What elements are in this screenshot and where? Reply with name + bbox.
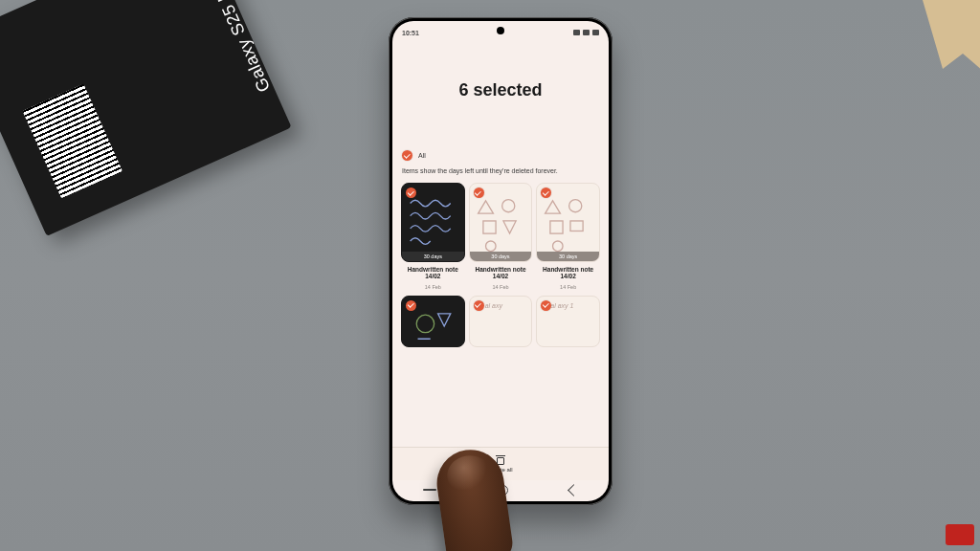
note-date: 14 Feb bbox=[560, 284, 576, 290]
note-item[interactable]: 30 days Handwritten note 14/02 14 Feb bbox=[470, 183, 532, 290]
note-date: 14 Feb bbox=[492, 284, 508, 290]
note-thumbnail[interactable]: 30 days bbox=[469, 183, 533, 262]
product-box: Galaxy S25 Ultra bbox=[0, 0, 292, 236]
select-all-checkbox[interactable] bbox=[402, 150, 412, 161]
svg-point-6 bbox=[553, 241, 564, 252]
nav-recents-icon[interactable] bbox=[423, 489, 436, 491]
days-left-badge: 30 days bbox=[470, 252, 532, 261]
note-preview-scribble bbox=[408, 193, 458, 256]
note-thumbnail[interactable]: 30 days bbox=[536, 183, 600, 262]
phone-frame: 10:51 6 selected All Items show the days… bbox=[389, 17, 612, 505]
svg-point-7 bbox=[416, 315, 434, 332]
wifi-icon bbox=[573, 30, 580, 35]
note-item[interactable]: al axy bbox=[470, 296, 532, 347]
svg-point-0 bbox=[501, 200, 514, 212]
note-thumbnail[interactable]: 30 days bbox=[401, 183, 465, 262]
note-item[interactable]: 30 days Handwritten note 14/02 14 Feb bbox=[537, 183, 599, 290]
battery-icon bbox=[592, 30, 599, 35]
note-preview-shapes bbox=[543, 193, 593, 256]
note-preview-shapes bbox=[476, 193, 526, 256]
svg-rect-5 bbox=[570, 221, 583, 231]
select-all-label: All bbox=[418, 152, 426, 159]
note-title: Handwritten note 14/02 bbox=[471, 266, 529, 280]
tripod-prop bbox=[923, 0, 980, 77]
days-left-badge: 30 days bbox=[402, 252, 464, 261]
note-title: Handwritten note 14/02 bbox=[404, 266, 462, 280]
note-checkbox[interactable] bbox=[474, 300, 484, 311]
note-thumbnail[interactable] bbox=[401, 296, 465, 347]
signal-icon bbox=[583, 30, 590, 35]
svg-point-3 bbox=[569, 200, 582, 212]
svg-rect-1 bbox=[483, 221, 496, 233]
note-checkbox[interactable] bbox=[541, 300, 551, 311]
note-preview-text: al axy bbox=[485, 302, 502, 309]
product-box-label: Galaxy S25 Ultra bbox=[200, 0, 275, 95]
svg-rect-4 bbox=[550, 221, 563, 233]
note-checkbox[interactable] bbox=[406, 300, 416, 311]
note-preview-shapes bbox=[408, 306, 458, 347]
note-thumbnail[interactable]: al axy bbox=[469, 296, 533, 347]
select-all-row[interactable]: All bbox=[392, 150, 609, 166]
info-text: Items show the days left until they're d… bbox=[392, 166, 609, 183]
barcode-sticker bbox=[22, 84, 122, 199]
status-time: 10:51 bbox=[402, 30, 419, 36]
camera-punch-hole bbox=[497, 27, 504, 34]
phone-screen: 10:51 6 selected All Items show the days… bbox=[392, 21, 609, 501]
notes-grid: 30 days Handwritten note 14/02 14 Feb bbox=[392, 183, 609, 347]
page-title: 6 selected bbox=[392, 80, 609, 100]
note-date: 14 Feb bbox=[425, 284, 441, 290]
days-left-badge: 30 days bbox=[537, 252, 599, 261]
svg-point-2 bbox=[485, 241, 496, 252]
desk-scene: Galaxy S25 Ultra 10:51 6 selected All It… bbox=[0, 0, 980, 551]
nav-back-icon[interactable] bbox=[568, 484, 580, 496]
note-checkbox[interactable] bbox=[474, 187, 484, 198]
note-title: Handwritten note 14/02 bbox=[539, 266, 597, 280]
note-thumbnail[interactable]: al axy 1 bbox=[536, 296, 600, 347]
note-item[interactable]: 30 days Handwritten note 14/02 14 Feb bbox=[402, 183, 464, 290]
note-item[interactable]: al axy 1 bbox=[537, 296, 599, 347]
status-icons bbox=[573, 30, 599, 35]
note-preview-text: al axy 1 bbox=[550, 302, 573, 309]
note-item[interactable] bbox=[402, 296, 464, 347]
watermark bbox=[946, 524, 974, 545]
